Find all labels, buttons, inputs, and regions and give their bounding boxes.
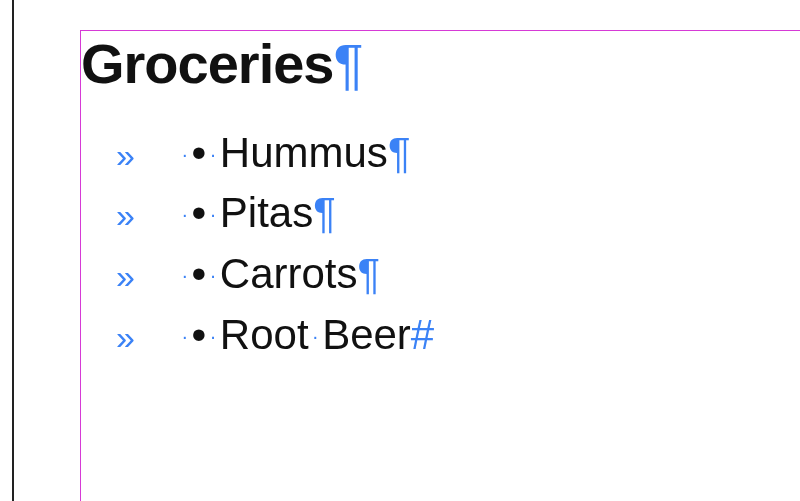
list-item[interactable]: »·•·Carrots¶	[81, 244, 800, 305]
indent-mark-icon: »	[81, 313, 176, 362]
tab-mark-icon: ·	[176, 140, 192, 169]
tab-mark-icon: ·	[176, 261, 192, 290]
bullet-icon: •	[192, 244, 207, 305]
page-edge-rule	[12, 0, 14, 501]
list-item[interactable]: »·•·Root·Beer#	[81, 305, 800, 366]
heading-line[interactable]: Groceries¶	[81, 31, 800, 95]
heading-text[interactable]: Groceries	[81, 32, 334, 95]
bullet-icon: •	[192, 305, 207, 366]
list-item-word[interactable]: Root	[220, 305, 309, 366]
end-of-story-icon: #	[411, 305, 434, 366]
list-item-word[interactable]: Hummus	[220, 123, 388, 184]
space-mark-icon: ·	[206, 261, 220, 290]
indent-mark-icon: »	[81, 191, 176, 240]
space-mark-icon: ·	[309, 322, 323, 351]
pilcrow-icon: ¶	[388, 123, 411, 184]
bullet-icon: •	[192, 183, 207, 244]
list-item-word[interactable]: Beer	[322, 305, 411, 366]
indent-mark-icon: »	[81, 131, 176, 180]
list-item[interactable]: »·•·Hummus¶	[81, 123, 800, 184]
tab-mark-icon: ·	[176, 200, 192, 229]
text-frame[interactable]: Groceries¶ »·•·Hummus¶»·•·Pitas¶»·•·Carr…	[80, 30, 800, 501]
space-mark-icon: ·	[206, 322, 220, 351]
pilcrow-icon: ¶	[313, 183, 336, 244]
list-item-word[interactable]: Carrots	[220, 244, 358, 305]
pilcrow-icon: ¶	[334, 32, 363, 95]
space-mark-icon: ·	[206, 200, 220, 229]
indent-mark-icon: »	[81, 252, 176, 301]
list-item-word[interactable]: Pitas	[220, 183, 313, 244]
bulleted-list[interactable]: »·•·Hummus¶»·•·Pitas¶»·•·Carrots¶»·•·Roo…	[81, 123, 800, 367]
pilcrow-icon: ¶	[358, 244, 381, 305]
tab-mark-icon: ·	[176, 322, 192, 351]
list-item[interactable]: »·•·Pitas¶	[81, 183, 800, 244]
space-mark-icon: ·	[206, 140, 220, 169]
bullet-icon: •	[192, 123, 207, 184]
